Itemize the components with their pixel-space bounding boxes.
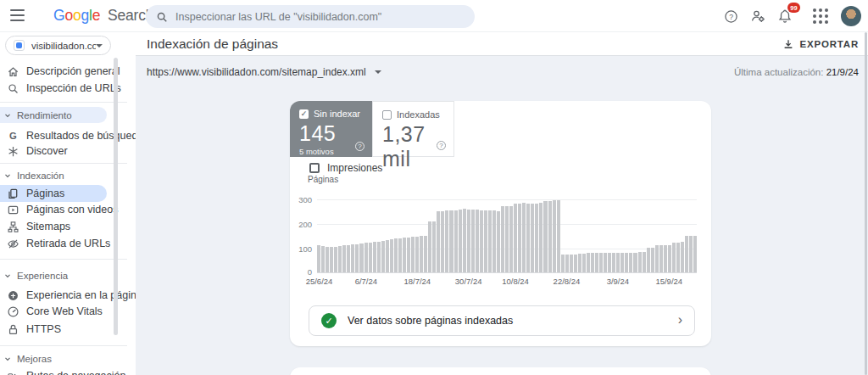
sidebar-item-core-web-vitals[interactable]: Core Web Vitals [0,303,127,320]
download-icon [782,38,794,50]
sitemap-filter-dropdown[interactable]: https://www.visibilidadon.com/sitemap_in… [147,66,381,78]
apps-grid-button[interactable] [809,4,832,28]
help-icon[interactable]: ? [437,141,446,150]
main-area: Indexación de páginas EXPORTAR https://w… [136,32,868,375]
page-indexing-card: ✓ Sin indexar 145 5 motivos ? Indexadas … [290,101,711,346]
sidebar-divider [0,345,127,346]
caret-down-icon [96,44,103,48]
last-update: Última actualización: 21/9/24 [734,67,859,77]
eye-off-icon [7,238,19,250]
page-scrollbar[interactable] [865,32,867,375]
caret-down-icon [375,70,381,74]
sidebar-item-video-pages[interactable]: Páginas con videos [0,201,127,218]
report-content: https://www.visibilidadon.com/sitemap_in… [136,56,868,375]
sidebar-section-experience[interactable]: Experiencia [0,267,107,283]
x-axis-line [317,272,697,273]
chevron-down-icon [4,272,11,279]
impressions-checkbox[interactable]: Impresiones [309,162,382,174]
help-icon[interactable]: ? [355,142,364,151]
sidebar-section-improvements[interactable]: Mejoras [0,350,107,367]
sitemaps-icon [7,221,19,233]
magnifier-icon [7,82,19,95]
property-name: visibilidadon.com [31,41,96,51]
sidebar-section-performance[interactable]: Rendimiento [0,107,107,123]
help-button[interactable]: ? [719,4,743,28]
page-title: Indexación de páginas [147,32,278,55]
sidebar-item-overview[interactable]: Descripción general [0,63,127,80]
topbar: Google Search Console Inspeccionar las U… [0,0,868,32]
video-pages-icon [7,204,19,216]
chevron-right-icon: › [678,313,682,328]
y-tick: 0 [290,267,312,277]
chart-bars[interactable] [317,199,697,272]
sidebar-item-url-inspection[interactable]: Inspección de URLs [0,80,127,97]
apps-grid-icon [813,8,828,24]
tab-indexed[interactable]: Indexadas 1,37 mil ? [372,101,454,157]
sidebar-item-page-experience[interactable]: Experiencia en la página [0,287,127,304]
property-selector[interactable]: visibilidadon.com [5,36,111,55]
sidebar-scrollbar[interactable] [114,58,118,335]
y-tick: 200 [290,220,312,229]
avatar[interactable] [841,6,861,26]
sidebar-item-search-results[interactable]: G Resultados de búsqueda [0,127,127,144]
search-placeholder: Inspeccionar las URL de "visibilidadon.c… [175,11,381,23]
sidebar-item-https[interactable]: HTTPS [0,321,127,338]
sidebar-item-breadcrumbs-partial[interactable]: Rutas de navegación [0,367,127,375]
checkbox-empty-icon [309,163,320,173]
help-icon: ? [724,9,738,24]
user-gear-icon [750,8,765,24]
pages-chart: 300 200 100 0 25/6/246/7/2418/7/2430/7/2… [317,199,697,273]
chart-x-labels: 25/6/246/7/2418/7/2430/7/2410/8/2422/8/2… [317,277,697,287]
search-input[interactable]: Inspeccionar las URL de "visibilidadon.c… [146,5,475,28]
sitemap-url: https://www.visibilidadon.com/sitemap_in… [147,66,366,78]
sidebar-item-sitemaps[interactable]: Sitemaps [0,218,127,235]
sidebar-section-indexing[interactable]: Indexación [0,167,107,183]
next-card-partial [290,367,711,375]
google-g-icon: G [7,130,19,143]
user-settings-button[interactable] [746,4,770,28]
notification-badge: 99 [787,3,800,13]
chevron-down-icon [4,112,11,119]
page-experience-icon [7,289,19,302]
sidebar-divider [0,259,127,260]
sidebar-item-discover[interactable]: Discover [0,143,127,160]
tab-not-indexed[interactable]: ✓ Sin indexar 145 5 motivos ? [290,101,372,157]
chart-axis-title: Páginas [308,175,338,184]
view-indexed-data-link[interactable]: ✓ Ver datos sobre páginas indexadas › [309,305,695,336]
report-header: Indexación de páginas EXPORTAR [136,32,868,56]
y-tick: 300 [290,195,312,204]
sidebar-item-pages[interactable]: Páginas [0,185,107,202]
export-button[interactable]: EXPORTAR [782,32,859,55]
notifications-button[interactable]: 99 [773,4,797,28]
menu-icon[interactable] [10,9,25,21]
chevron-down-icon [4,172,11,179]
y-tick: 100 [290,244,312,254]
home-icon [7,65,19,78]
summary-tabs: ✓ Sin indexar 145 5 motivos ? Indexadas … [290,101,454,157]
gauge-icon [7,305,19,318]
sidebar-divider [0,163,127,164]
svg-text:G: G [9,131,17,141]
checkbox-empty-icon [382,110,392,120]
check-circle-icon: ✓ [321,313,337,328]
sidebar: visibilidadon.com Descripción general In… [0,32,136,375]
discover-sparkle-icon [7,145,19,158]
sidebar-item-removals[interactable]: Retirada de URLs [0,235,127,252]
pages-icon [7,188,19,200]
breadcrumbs-icon [7,370,19,375]
search-icon [156,11,168,23]
chevron-down-icon [4,355,11,362]
lock-icon [7,323,19,336]
svg-text:?: ? [729,12,733,20]
sidebar-divider [0,102,127,103]
gsc-app: Google Search Console Inspeccionar las U… [0,0,868,375]
property-favicon [14,40,25,51]
checkbox-checked-icon: ✓ [299,109,309,119]
